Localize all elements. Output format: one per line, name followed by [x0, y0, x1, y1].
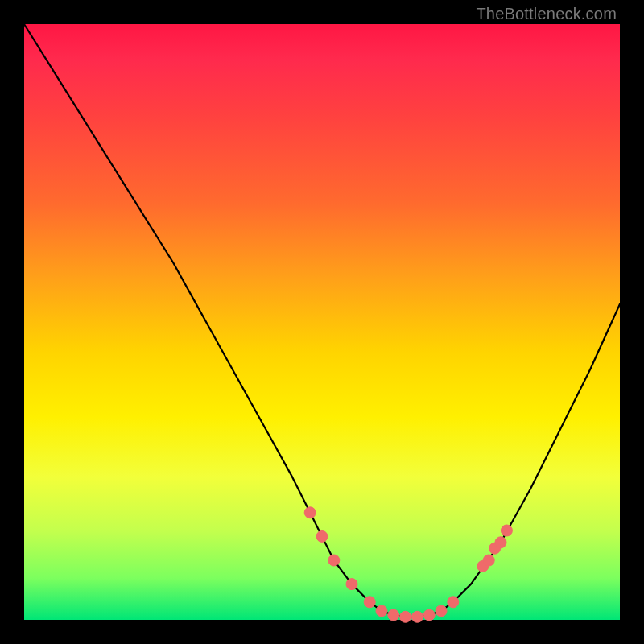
watermark-text: TheBottleneck.com: [476, 5, 617, 23]
marker-dot: [316, 530, 328, 542]
marker-dot: [304, 507, 316, 518]
marker-dot: [388, 609, 399, 621]
marker-dot: [411, 611, 423, 622]
marker-dot: [501, 525, 512, 536]
marker-dot: [376, 605, 387, 617]
marker-dot: [400, 611, 411, 622]
bottleneck-curve: [24, 24, 620, 617]
marker-group: [304, 507, 512, 623]
marker-dot: [328, 555, 340, 566]
marker-dot: [346, 579, 357, 590]
marker-dot: [495, 537, 506, 548]
marker-dot: [483, 555, 494, 566]
curve-layer: [24, 24, 620, 620]
plot-area: [24, 24, 620, 620]
marker-dot: [423, 609, 435, 621]
marker-dot: [436, 605, 447, 617]
marker-dot: [364, 597, 375, 608]
chart-frame: TheBottleneck.com: [0, 0, 644, 644]
marker-dot: [448, 597, 459, 608]
